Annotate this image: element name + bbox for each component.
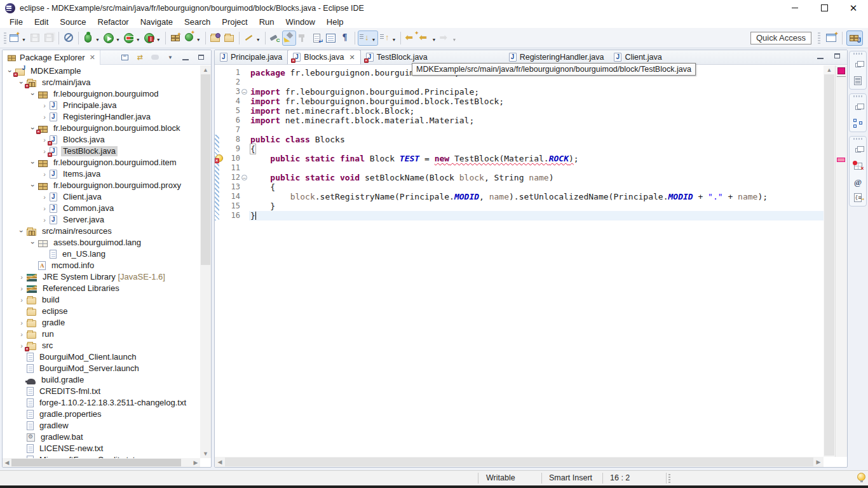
skip-all-breakpoints-button[interactable] (62, 30, 76, 46)
expand-arrow-icon[interactable]: › (17, 285, 27, 292)
scroll-up-arrow[interactable]: ▲ (824, 65, 835, 74)
tree-item-referenced-libraries[interactable]: ›Referenced Libraries (3, 283, 200, 294)
problems-icon[interactable] (852, 160, 864, 172)
tree-item-src-main-resources[interactable]: ›src/main/resources (3, 226, 200, 237)
expand-arrow-icon[interactable]: › (17, 296, 27, 304)
code-text[interactable]: import fr.lebourguignon.bourguimod.Princ… (249, 87, 824, 97)
dropdown-arrow-icon[interactable]: ▼ (392, 37, 397, 42)
menu-help[interactable]: Help (321, 17, 349, 27)
last-edit-location-button[interactable]: ⬅ (403, 30, 417, 46)
overview-error-indicator[interactable] (837, 67, 845, 74)
tree-item-gradlew[interactable]: gradlew (3, 420, 200, 431)
fold-collapse-control[interactable] (240, 87, 249, 97)
code-line-15[interactable]: 15 } (215, 201, 824, 211)
search-button[interactable] (268, 30, 282, 46)
back-button[interactable]: ⬅▼ (417, 30, 438, 46)
collapse-arrow-icon[interactable]: › (18, 226, 25, 236)
expand-arrow-icon[interactable]: › (17, 273, 27, 281)
maximize-view-button[interactable] (196, 52, 206, 62)
menu-search[interactable]: Search (179, 17, 216, 27)
drag-grip[interactable] (853, 53, 862, 55)
editor-tab-client-java[interactable]: Client.java (609, 50, 667, 64)
minimize-view-button[interactable] (180, 52, 191, 62)
code-line-12[interactable]: 12 public static void setBlockName(Block… (215, 173, 824, 182)
minimize-editor-button[interactable] (815, 51, 825, 61)
code-line-5[interactable]: 5import net.minecraft.block.Block; (215, 106, 824, 116)
tree-item-credits-fml-txt[interactable]: CREDITS-fml.txt (3, 386, 200, 397)
drag-grip[interactable] (853, 138, 862, 140)
code-text[interactable] (249, 78, 824, 87)
minimize-button[interactable] (780, 0, 810, 16)
tree-item-gradle-properties[interactable]: gradle.properties (3, 409, 200, 420)
view-menu-button[interactable]: ▼ (165, 52, 175, 62)
restore-icon[interactable] (852, 144, 864, 156)
fold-minus-icon[interactable] (241, 175, 247, 180)
overview-ruler[interactable] (835, 65, 847, 457)
show-whitespace-button[interactable]: ¶ (338, 30, 352, 46)
menu-refactor[interactable]: Refactor (92, 17, 135, 27)
tree-item-server-java[interactable]: ›Server.java (3, 214, 200, 226)
code-text[interactable]: public static void setBlockName(Block bl… (249, 173, 824, 182)
scrollbar-thumb[interactable] (11, 459, 181, 466)
quick-access-box[interactable]: Quick Access (750, 32, 811, 44)
new-wizard-button[interactable]: ▼ (8, 30, 28, 46)
code-text[interactable]: } (249, 211, 824, 220)
tree-item-jre-system-library[interactable]: ›JRE System Library [JavaSE-1.6] (3, 271, 200, 283)
debug-button[interactable]: ▼ (81, 30, 102, 46)
menu-navigate[interactable]: Navigate (135, 17, 179, 27)
menu-edit[interactable]: Edit (29, 17, 54, 27)
dropdown-arrow-icon[interactable]: ▼ (196, 37, 201, 42)
menu-run[interactable]: Run (254, 17, 280, 27)
outline-icon[interactable] (852, 75, 864, 86)
scroll-left-arrow[interactable]: ◀ (3, 458, 11, 467)
java-perspective-button[interactable] (846, 30, 863, 46)
code-text[interactable]: import net.minecraft.block.material.Mate… (249, 116, 824, 125)
tree-item-fr-lebourguignon-bourguimod-proxy[interactable]: ›fr.lebourguignon.bourguimod.proxy (3, 180, 200, 191)
expand-arrow-icon[interactable]: › (17, 330, 27, 338)
code-line-14[interactable]: 14 block.setRegistryName(Principale.MODI… (215, 192, 824, 201)
menu-window[interactable]: Window (280, 17, 321, 27)
editor-tab-registeringhandler-java[interactable]: RegisteringHandler.java (504, 50, 609, 64)
dropdown-arrow-icon[interactable]: ▼ (136, 37, 140, 42)
tree-item-eclipse[interactable]: eclipse (3, 306, 200, 317)
tree-item-gradle[interactable]: ›gradle (3, 317, 200, 329)
maximize-button[interactable] (810, 0, 839, 16)
editor-vertical-scrollbar[interactable]: ▲ (824, 65, 835, 457)
expand-arrow-icon[interactable]: › (39, 113, 50, 121)
package-explorer-vertical-scrollbar[interactable]: ▲ ▼ (200, 65, 211, 458)
scroll-right-arrow[interactable]: ▶ (813, 457, 824, 467)
collapse-arrow-icon[interactable]: › (29, 238, 37, 248)
code-line-7[interactable]: 7 (215, 125, 824, 135)
tree-item-gradlew-bat[interactable]: gradlew.bat (3, 431, 200, 443)
dropdown-arrow-icon[interactable]: ▼ (95, 37, 100, 42)
tree-item-registeringhandler-java[interactable]: ›RegisteringHandler.java (3, 111, 200, 123)
scrollbar-thumb[interactable] (225, 458, 813, 466)
dropdown-arrow-icon[interactable]: ▼ (22, 37, 26, 42)
expand-arrow-icon[interactable]: › (39, 193, 50, 201)
maximize-editor-button[interactable] (832, 51, 842, 61)
coverage-button[interactable]: ▼ (122, 30, 142, 46)
tree-item-mcmod-info[interactable]: mcmod.info (3, 260, 200, 271)
collapse-arrow-icon[interactable]: › (29, 180, 37, 191)
overview-error-marker-line10[interactable] (837, 158, 845, 162)
open-perspective-button[interactable] (823, 30, 839, 46)
code-text[interactable]: public class Blocks (249, 135, 824, 144)
code-text[interactable]: import net.minecraft.block.Block; (249, 106, 824, 116)
expand-arrow-icon[interactable]: › (39, 102, 50, 109)
fold-collapse-control[interactable] (240, 173, 249, 182)
code-line-2[interactable]: 2 (215, 78, 824, 87)
package-explorer-tab[interactable]: Package Explorer ✕ (3, 50, 100, 65)
tree-item-fr-lebourguignon-bourguimod[interactable]: ›fr.lebourguignon.bourguimod (3, 88, 200, 100)
tree-item-blocks-java[interactable]: ›Blocks.java (3, 134, 200, 146)
scroll-left-arrow[interactable]: ◀ (215, 457, 225, 467)
expand-arrow-icon[interactable]: › (17, 319, 27, 327)
new-marker-button[interactable]: ▼ (242, 30, 262, 46)
close-button[interactable]: ✕ (839, 0, 868, 16)
dropdown-arrow-icon[interactable]: ▼ (431, 37, 436, 42)
scroll-right-arrow[interactable]: ▶ (191, 458, 200, 467)
code-editor[interactable]: 1package fr.lebourguignon.bourguimod.blo… (215, 65, 824, 457)
dropdown-arrow-icon[interactable]: ▼ (116, 37, 120, 42)
code-line-8[interactable]: 8public class Blocks (215, 135, 824, 144)
code-text[interactable]: public static final Block TEST = new Tes… (249, 154, 824, 163)
javadoc-icon[interactable]: @ (852, 176, 864, 187)
